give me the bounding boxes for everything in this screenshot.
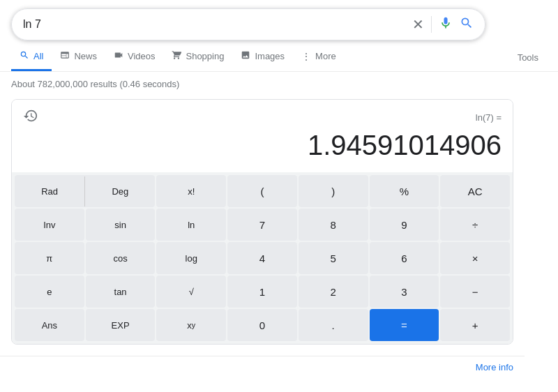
ans-button[interactable]: Ans — [15, 309, 84, 341]
tab-images-label: Images — [255, 51, 285, 61]
e-button[interactable]: e — [15, 276, 84, 308]
close-icon[interactable]: ✕ — [412, 16, 424, 33]
inv-button[interactable]: Inv — [15, 209, 84, 241]
open-paren-button[interactable]: ( — [227, 175, 297, 207]
rad-deg-group: Rad Deg — [15, 175, 155, 207]
eight-button[interactable]: 8 — [299, 209, 368, 241]
equals-button[interactable]: = — [370, 309, 439, 341]
search-submit-icon[interactable] — [460, 16, 474, 33]
more-icon: ⋮ — [301, 51, 311, 62]
factorial-button[interactable]: x! — [156, 175, 226, 207]
exp-button[interactable]: EXP — [86, 309, 156, 341]
ac-button[interactable]: AC — [440, 175, 510, 207]
multiply-button[interactable]: × — [440, 242, 510, 274]
six-button[interactable]: 6 — [370, 242, 439, 274]
two-button[interactable]: 2 — [299, 276, 368, 308]
log-button[interactable]: log — [156, 242, 226, 274]
percent-button[interactable]: % — [370, 175, 439, 207]
three-button[interactable]: 3 — [370, 276, 439, 308]
tab-videos-label: Videos — [128, 51, 156, 61]
news-icon — [60, 50, 70, 62]
mic-icon[interactable] — [439, 16, 453, 33]
tab-news-label: News — [74, 51, 97, 61]
calc-row-5: Ans EXP xy 0 . = + — [15, 309, 510, 341]
nine-button[interactable]: 9 — [370, 209, 439, 241]
power-button[interactable]: xy — [156, 309, 226, 341]
calc-row-3: π cos log 4 5 6 × — [15, 242, 510, 274]
more-info-bar: More info — [0, 356, 525, 378]
calculator-widget: ln(7) = 1.94591014906 Rad Deg x! ( ) % A… — [11, 99, 513, 345]
videos-icon — [114, 50, 123, 62]
nav-tabs: All News Videos Shopping Images ⋮ More T… — [0, 43, 558, 72]
calc-expression: ln(7) = — [476, 112, 502, 123]
calc-row-4: e tan √ 1 2 3 − — [15, 276, 510, 308]
pi-button[interactable]: π — [15, 242, 84, 274]
tab-images[interactable]: Images — [232, 43, 293, 71]
all-icon — [20, 50, 29, 62]
calc-row-2: Inv sin ln 7 8 9 ÷ — [15, 209, 510, 241]
close-paren-button[interactable]: ) — [299, 175, 368, 207]
calc-display-top: ln(7) = — [23, 108, 502, 127]
tab-news[interactable]: News — [52, 43, 105, 71]
tab-shopping[interactable]: Shopping — [163, 43, 232, 71]
cos-button[interactable]: cos — [86, 242, 156, 274]
tab-all-label: All — [33, 51, 43, 61]
one-button[interactable]: 1 — [227, 276, 297, 308]
tab-all[interactable]: All — [11, 43, 52, 71]
sqrt-button[interactable]: √ — [156, 276, 226, 308]
sin-button[interactable]: sin — [86, 209, 156, 241]
add-button[interactable]: + — [440, 309, 510, 341]
calc-display: ln(7) = 1.94591014906 — [12, 100, 513, 172]
more-info-link[interactable]: More info — [476, 362, 513, 372]
zero-button[interactable]: 0 — [227, 309, 297, 341]
shopping-icon — [172, 50, 181, 62]
calc-row-1: Rad Deg x! ( ) % AC — [15, 175, 510, 207]
deg-button[interactable]: Deg — [85, 176, 155, 206]
search-icons: ✕ — [412, 16, 474, 33]
ln-button[interactable]: ln — [156, 209, 226, 241]
tab-more-label: More — [315, 51, 336, 61]
five-button[interactable]: 5 — [299, 242, 368, 274]
history-icon[interactable] — [23, 108, 38, 127]
calc-result: 1.94591014906 — [23, 127, 502, 167]
tools-label[interactable]: Tools — [509, 45, 547, 70]
calc-buttons: Rad Deg x! ( ) % AC Inv sin ln 7 8 9 ÷ π… — [12, 172, 513, 344]
search-query-text[interactable]: ln 7 — [23, 18, 412, 31]
decimal-button[interactable]: . — [299, 309, 368, 341]
tab-videos[interactable]: Videos — [105, 43, 164, 71]
tan-button[interactable]: tan — [86, 276, 156, 308]
search-bar-area: ln 7 ✕ — [0, 0, 558, 40]
tab-shopping-label: Shopping — [186, 51, 224, 61]
tab-more[interactable]: ⋮ More — [293, 44, 345, 71]
results-info: About 782,000,000 results (0.46 seconds) — [0, 72, 558, 96]
four-button[interactable]: 4 — [227, 242, 297, 274]
seven-button[interactable]: 7 — [227, 209, 297, 241]
images-icon — [241, 50, 250, 62]
search-bar: ln 7 ✕ — [11, 8, 485, 40]
rad-button[interactable]: Rad — [15, 176, 85, 206]
vertical-divider — [431, 16, 432, 33]
subtract-button[interactable]: − — [440, 276, 510, 308]
divide-button[interactable]: ÷ — [440, 209, 510, 241]
